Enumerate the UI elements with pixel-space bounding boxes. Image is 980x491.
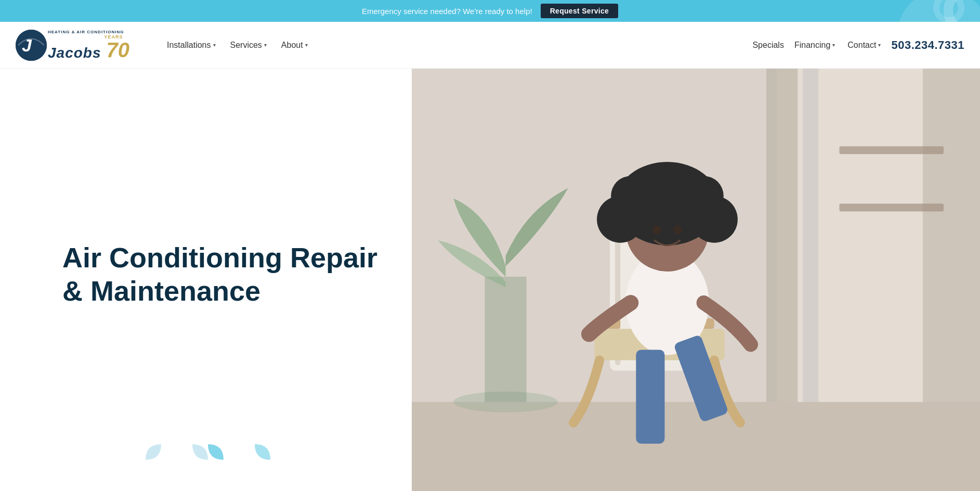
nav-services[interactable]: Services ▾ — [224, 36, 273, 54]
hero-left: Air Conditioning Repair & Maintenance — [0, 69, 412, 491]
logo-anniversary: 70 — [107, 40, 130, 60]
nav-contact[interactable]: Contact ▾ — [845, 36, 883, 54]
nav-financing[interactable]: Financing ▾ — [792, 36, 837, 54]
nav-installations[interactable]: Installations ▾ — [161, 36, 222, 54]
nav-specials[interactable]: Specials — [752, 41, 783, 50]
logo-icon: J — [16, 30, 47, 61]
hero-section: Air Conditioning Repair & Maintenance — [0, 69, 980, 491]
nav-right: Specials Financing ▾ Contact ▾ 503.234.7… — [752, 36, 964, 54]
leaf-cell — [208, 444, 239, 475]
logo-text: HEATING & AIR CONDITIONING Jacobs YEARS … — [48, 30, 129, 60]
nav-installations-label: Installations — [167, 41, 211, 50]
decorative-pattern — [146, 444, 270, 491]
logo-small-text: HEATING & AIR CONDITIONING — [48, 30, 129, 34]
chevron-down-icon: ▾ — [264, 42, 267, 48]
banner-decoration — [897, 0, 980, 22]
svg-rect-30 — [412, 69, 980, 491]
leaf-cell — [146, 475, 177, 491]
leaf-cell — [208, 475, 239, 491]
logo[interactable]: J HEATING & AIR CONDITIONING Jacobs YEAR… — [16, 30, 129, 61]
chevron-down-icon: ▾ — [213, 42, 216, 48]
hero-title: Air Conditioning Repair & Maintenance — [62, 241, 391, 307]
leaf-cell — [177, 475, 208, 491]
nav-services-label: Services — [230, 41, 262, 50]
logo-brand-name: Jacobs — [48, 46, 101, 60]
nav-about[interactable]: About ▾ — [275, 36, 314, 54]
nav-about-label: About — [281, 41, 303, 50]
chevron-down-icon: ▾ — [305, 42, 308, 48]
leaf-cell — [177, 444, 208, 475]
nav-contact-label: Contact — [847, 41, 876, 50]
top-banner: Emergency service needed? We're ready to… — [0, 0, 980, 22]
nav-financing-label: Financing — [794, 41, 830, 50]
banner-message: Emergency service needed? We're ready to… — [362, 7, 532, 16]
hero-image — [412, 69, 980, 491]
request-service-button[interactable]: Request Service — [541, 4, 618, 18]
chevron-down-icon: ▾ — [878, 42, 881, 48]
nav-links: Installations ▾ Services ▾ About ▾ — [161, 36, 752, 54]
leaf-cell — [146, 444, 177, 475]
leaf-cell — [239, 475, 270, 491]
chevron-down-icon: ▾ — [832, 42, 835, 48]
leaf-cell — [239, 444, 270, 475]
phone-number[interactable]: 503.234.7331 — [891, 38, 964, 52]
navbar: J HEATING & AIR CONDITIONING Jacobs YEAR… — [0, 22, 980, 69]
